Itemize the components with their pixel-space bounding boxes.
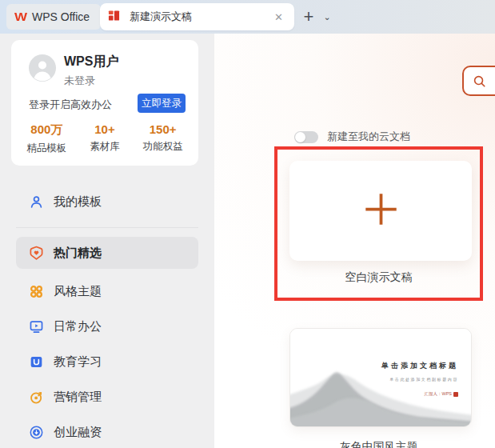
tab-close-icon[interactable]: ✕ (271, 10, 286, 25)
sidebar-item-education[interactable]: 教育学习 (16, 346, 198, 378)
stat-privileges: 150+ 功能权益 (134, 122, 192, 155)
sidebar-item-style-themes[interactable]: 风格主题 (16, 275, 198, 307)
user-card: WPS用户 未登录 登录开启高效办公 立即登录 800万 精品模板 10+ 素材… (11, 40, 198, 166)
toggle-knob (295, 132, 305, 142)
tab-new-presentation[interactable]: 新建演示文稿 ✕ (100, 3, 294, 30)
cloud-save-toggle-row: 新建至我的云文档 (294, 130, 410, 144)
cloud-save-toggle-label: 新建至我的云文档 (327, 130, 410, 144)
new-tab-button[interactable]: + (297, 6, 320, 28)
template-preview-text: 单击添加文档标题 单击此处添加文档副标题内容 汇报人：WPS (381, 361, 458, 397)
monitor-icon (29, 319, 44, 334)
preview-title: 单击添加文档标题 (381, 361, 458, 371)
wps-office-window: W WPS Office 新建演示文稿 ✕ + ⌄ (0, 0, 495, 448)
stat-label: 素材库 (76, 140, 134, 154)
avatar[interactable] (29, 54, 56, 82)
book-icon (29, 354, 44, 370)
sidebar-divider (16, 227, 198, 228)
preview-presenter: 汇报人：WPS (381, 391, 458, 397)
sidebar-item-hot-picks[interactable]: 热门精选 (16, 237, 198, 269)
stat-templates: 800万 精品模板 (18, 122, 76, 155)
sidebar-item-startup-funding[interactable]: 创业融资 (16, 416, 198, 448)
stat-value: 800万 (18, 122, 76, 138)
stat-value: 150+ (134, 122, 192, 136)
target-dart-icon (29, 390, 44, 405)
hot-badge-heart-icon (29, 246, 44, 261)
sidebar-item-label: 创业融资 (54, 425, 102, 440)
home-button[interactable]: W WPS Office (6, 4, 101, 30)
user-name: WPS用户 (64, 54, 118, 70)
login-button[interactable]: 立即登录 (138, 94, 186, 113)
sidebar: WPS用户 未登录 登录开启高效办公 立即登录 800万 精品模板 10+ 素材… (0, 34, 214, 448)
sidebar-item-label: 日常办公 (54, 319, 102, 334)
sidebar-item-label: 教育学习 (54, 354, 102, 370)
tab-list-chevron-icon[interactable]: ⌄ (320, 6, 334, 27)
wps-logo-icon: W (14, 10, 26, 24)
home-button-label: WPS Office (32, 10, 90, 23)
search-icon (472, 74, 487, 89)
red-seal-icon (453, 392, 458, 397)
sidebar-item-label: 风格主题 (54, 284, 102, 299)
stat-label: 精品模板 (18, 142, 76, 155)
sidebar-item-my-templates[interactable]: 我的模板 (16, 186, 198, 218)
stat-value: 10+ (76, 122, 134, 136)
sidebar-item-daily-office[interactable]: 日常办公 (16, 310, 198, 342)
template-gallery: 新建至我的云文档 空白演示文稿 单击添加文档标题 单击此处添加文档副标题内容 (214, 34, 495, 448)
blank-presentation-card[interactable] (289, 161, 472, 261)
sidebar-item-label: 热门精选 (54, 246, 102, 261)
presenter-text: 汇报人：WPS (424, 391, 452, 397)
tab-title: 新建演示文稿 (130, 10, 271, 24)
stat-label: 功能权益 (134, 140, 192, 154)
stat-assets: 10+ 素材库 (76, 122, 134, 155)
presentation-doc-icon (108, 10, 123, 25)
title-bar: W WPS Office 新建演示文稿 ✕ + ⌄ (0, 0, 495, 34)
benefit-stats: 800万 精品模板 10+ 素材库 150+ 功能权益 (18, 122, 192, 155)
user-login-status: 未登录 (64, 74, 95, 88)
cloud-save-toggle[interactable] (294, 131, 318, 143)
funding-coin-icon (29, 425, 44, 440)
sidebar-item-label: 营销管理 (54, 390, 102, 405)
blank-card-label: 空白演示文稿 (274, 270, 483, 285)
sidebar-item-marketing[interactable]: 营销管理 (16, 381, 198, 413)
search-button[interactable] (462, 66, 495, 96)
template-card-chinese-style[interactable]: 单击添加文档标题 单击此处添加文档副标题内容 汇报人：WPS (289, 328, 472, 427)
four-rings-theme-icon (29, 284, 44, 299)
template-card-label: 灰色中国风主题 (274, 440, 483, 448)
sidebar-item-label: 我的模板 (54, 194, 102, 210)
preview-subtitle: 单击此处添加文档副标题内容 (381, 377, 458, 382)
plus-icon (363, 191, 399, 230)
user-icon (29, 194, 44, 210)
login-hint: 登录开启高效办公 (29, 98, 112, 112)
